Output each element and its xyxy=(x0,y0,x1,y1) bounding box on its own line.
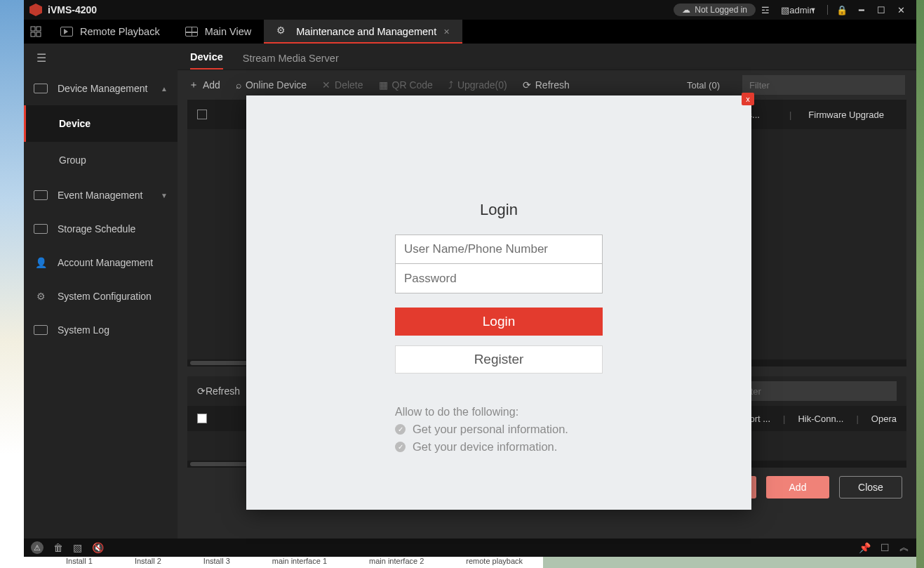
tab-label: Remote Playback xyxy=(80,26,160,37)
refresh-icon: ⟳ xyxy=(523,79,531,91)
select-all-checkbox[interactable] xyxy=(197,110,207,119)
col-hikconnect[interactable]: Hik-Conn... xyxy=(798,414,843,424)
total-label: Total (0) xyxy=(687,80,720,91)
maintenance-icon xyxy=(276,27,289,37)
expand-icon[interactable]: ︽ xyxy=(899,541,909,554)
footer-add-button[interactable]: Add xyxy=(766,476,829,498)
refresh-button[interactable]: ⟳Refresh xyxy=(523,79,570,91)
col-operation[interactable]: Opera xyxy=(871,414,897,424)
desktop-background-right xyxy=(916,0,924,568)
svg-rect-0 xyxy=(31,27,35,31)
user-label[interactable]: admin xyxy=(796,4,808,15)
sidebar-sub-device[interactable]: Device xyxy=(24,105,178,142)
filter-input[interactable] xyxy=(742,75,905,95)
login-status-pill[interactable]: ☁ Not Logged in xyxy=(674,4,756,16)
sidebar-label: Storage Schedule xyxy=(58,223,135,235)
register-button[interactable]: Register xyxy=(395,345,603,374)
mute-icon[interactable]: 🔇 xyxy=(92,542,104,553)
pin-icon[interactable]: 📌 xyxy=(859,542,871,553)
tab-remote-playback[interactable]: Remote Playback xyxy=(48,20,173,44)
sidebar-toggle-icon[interactable]: ☰ xyxy=(24,44,178,72)
permissions-block: Allow to do the following: ✓Get your per… xyxy=(395,406,603,454)
permission-2: Get your device information. xyxy=(413,440,557,454)
modal-close-icon[interactable]: x xyxy=(742,93,754,105)
tab-close-icon[interactable]: ✕ xyxy=(443,27,450,37)
app-window: iVMS-4200 ☁ Not Logged in ☲ ▧ admin ▼ 🔒 … xyxy=(24,0,916,557)
login-status-text: Not Logged in xyxy=(695,5,747,15)
alert-icon[interactable]: ⚠ xyxy=(31,541,43,554)
sidebar-label: Account Management xyxy=(58,257,153,268)
subtab-bar: Device Stream Media Server xyxy=(178,44,916,70)
statusbar: ⚠ 🗑 ▧ 🔇 📌 ☐ ︽ xyxy=(24,539,916,557)
sidebar-label: System Configuration xyxy=(58,291,152,302)
sidebar-item-system-log[interactable]: System Log xyxy=(24,313,178,347)
sidebar-sub-label: Device xyxy=(59,118,91,129)
lock-icon[interactable]: 🔒 xyxy=(836,4,848,15)
account-icon: 👤 xyxy=(34,257,48,268)
tab-main-view[interactable]: Main View xyxy=(173,20,265,44)
lower-select-all-checkbox[interactable] xyxy=(197,414,207,423)
desktop-background-left xyxy=(0,0,24,568)
sidebar-label: System Log xyxy=(58,324,109,336)
playback-icon xyxy=(60,27,73,37)
chevron-down-icon: ▼ xyxy=(161,192,168,199)
device-mgmt-icon xyxy=(34,84,48,93)
svg-rect-2 xyxy=(31,32,35,37)
qr-code-button: ▦QR Code xyxy=(379,79,433,91)
sidebar-sub-group[interactable]: Group xyxy=(24,142,178,178)
lower-filter-input[interactable] xyxy=(734,381,897,401)
minimize-icon[interactable]: ━ xyxy=(856,4,867,15)
login-modal: x Login Login Register Allow to do the f… xyxy=(246,95,751,510)
storage-icon xyxy=(34,224,48,234)
svg-rect-1 xyxy=(36,27,41,31)
sidebar: ☰ Device Management ▲ Device Group Event… xyxy=(24,44,178,539)
close-window-icon[interactable]: ✕ xyxy=(895,4,906,15)
app-logo-icon xyxy=(29,4,42,16)
cloud-icon: ☁ xyxy=(682,5,690,15)
subtab-stream-media-server[interactable]: Stream Media Server xyxy=(243,53,339,70)
upgrade-button: ⤴Upgrade(0) xyxy=(448,79,507,91)
sidebar-item-account-management[interactable]: 👤 Account Management xyxy=(24,246,178,279)
refresh-icon: ⟳ xyxy=(197,385,206,397)
app-title: iVMS-4200 xyxy=(48,4,97,15)
list-icon[interactable]: ☲ xyxy=(760,4,771,15)
lower-refresh-button[interactable]: ⟳Refresh xyxy=(197,385,240,397)
trash-icon[interactable]: 🗑 xyxy=(53,542,63,553)
sidebar-item-system-configuration[interactable]: ⚙ System Configuration xyxy=(24,279,178,313)
chevron-up-icon: ▲ xyxy=(161,85,168,93)
restore-icon[interactable]: ☐ xyxy=(881,542,890,553)
col-firmware-upgrade[interactable]: Firmware Upgrade xyxy=(808,110,897,120)
sidebar-item-event-management[interactable]: Event Management ▼ xyxy=(24,178,178,212)
maximize-icon[interactable]: ☐ xyxy=(876,4,887,15)
online-device-button[interactable]: ⌕Online Device xyxy=(236,79,307,91)
footer-close-button[interactable]: Close xyxy=(839,476,902,498)
qr-icon: ▦ xyxy=(379,79,388,91)
permissions-heading: Allow to do the following: xyxy=(395,406,603,418)
password-input[interactable] xyxy=(395,264,603,293)
event-mgmt-icon xyxy=(34,190,48,200)
sidebar-label: Event Management xyxy=(58,190,142,201)
log-icon xyxy=(34,325,48,335)
sidebar-sub-label: Group xyxy=(59,154,86,166)
login-button[interactable]: Login xyxy=(395,308,603,336)
mainview-icon xyxy=(185,27,198,37)
sidebar-label: Device Management xyxy=(58,83,147,94)
separator xyxy=(827,5,828,15)
subtab-device[interactable]: Device xyxy=(190,51,223,70)
check-icon: ✓ xyxy=(395,442,406,452)
delete-icon: ✕ xyxy=(322,79,330,91)
picture-icon[interactable]: ▧ xyxy=(73,542,82,553)
config-icon: ⚙ xyxy=(34,291,48,302)
sidebar-item-device-management[interactable]: Device Management ▲ xyxy=(24,72,178,105)
user-dropdown-icon[interactable]: ▼ xyxy=(808,4,819,15)
sidebar-item-storage-schedule[interactable]: Storage Schedule xyxy=(24,212,178,246)
tab-label: Main View xyxy=(205,26,252,37)
tab-maintenance[interactable]: Maintenance and Management ✕ xyxy=(264,20,462,44)
titlebar: iVMS-4200 ☁ Not Logged in ☲ ▧ admin ▼ 🔒 … xyxy=(24,0,916,20)
apps-grid-icon[interactable] xyxy=(24,20,48,44)
username-input[interactable] xyxy=(395,235,603,264)
tabbar: Remote Playback Main View Maintenance an… xyxy=(24,20,916,44)
add-button[interactable]: ＋Add xyxy=(189,79,220,91)
upload-icon: ⤴ xyxy=(448,79,453,91)
windows-taskbar-fragment: Install 1 Install 2 Install 3 main inter… xyxy=(24,557,543,568)
